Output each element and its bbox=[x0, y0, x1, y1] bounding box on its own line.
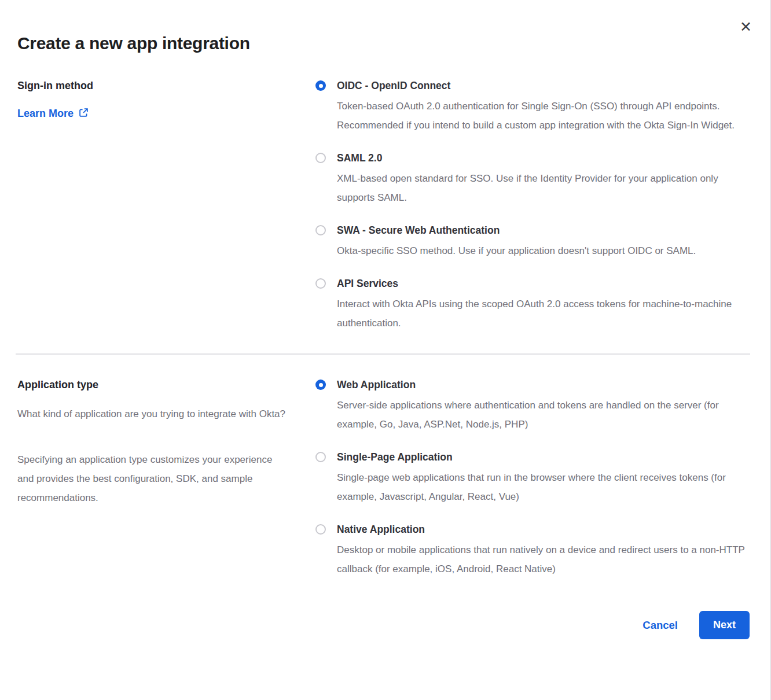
application-type-section: Application type What kind of applicatio… bbox=[0, 355, 770, 579]
api-services-option-description: Interact with Okta APIs using the scoped… bbox=[337, 294, 751, 333]
saml-option-description: XML-based open standard for SSO. Use if … bbox=[337, 169, 751, 207]
dialog-footer: Cancel Next bbox=[0, 611, 770, 639]
radio-option-oidc[interactable]: OIDC - OpenID Connect Token-based OAuth … bbox=[315, 79, 751, 135]
radio-option-api-services[interactable]: API Services Interact with Okta APIs usi… bbox=[315, 277, 751, 333]
swa-option-label: SWA - Secure Web Authentication bbox=[337, 223, 696, 237]
radio-option-swa[interactable]: SWA - Secure Web Authentication Okta-spe… bbox=[315, 223, 751, 260]
web-application-option-description: Server-side applications where authentic… bbox=[337, 396, 751, 434]
oidc-option-label: OIDC - OpenID Connect bbox=[337, 79, 751, 93]
radio-option-web-application[interactable]: Web Application Server-side applications… bbox=[315, 378, 751, 434]
radio-icon-saml[interactable] bbox=[315, 153, 326, 163]
native-application-option-description: Desktop or mobile applications that run … bbox=[337, 540, 751, 579]
radio-icon-native-application[interactable] bbox=[315, 524, 326, 535]
native-application-option-label: Native Application bbox=[337, 522, 751, 536]
saml-option-label: SAML 2.0 bbox=[337, 151, 751, 165]
application-type-options-group: Web Application Server-side applications… bbox=[315, 378, 751, 579]
create-app-integration-dialog: ✕ Create a new app integration Sign-in m… bbox=[0, 0, 771, 700]
next-button[interactable]: Next bbox=[699, 611, 750, 639]
web-application-option-label: Web Application bbox=[337, 378, 751, 392]
api-services-option-label: API Services bbox=[337, 277, 751, 290]
radio-option-native-application[interactable]: Native Application Desktop or mobile app… bbox=[315, 522, 751, 579]
application-type-question: What kind of application are you trying … bbox=[17, 404, 289, 423]
application-type-label: Application type bbox=[17, 378, 289, 392]
page-title: Create a new app integration bbox=[0, 0, 770, 53]
cancel-button[interactable]: Cancel bbox=[642, 619, 678, 632]
close-icon[interactable]: ✕ bbox=[740, 20, 752, 34]
single-page-application-option-description: Single-page web applications that run in… bbox=[337, 468, 751, 506]
signin-options-group: OIDC - OpenID Connect Token-based OAuth … bbox=[315, 79, 751, 333]
signin-method-section: Sign-in method Learn More OIDC - OpenID … bbox=[0, 79, 770, 333]
application-type-hint: Specifying an application type customize… bbox=[17, 450, 289, 507]
radio-icon-web-application[interactable] bbox=[315, 380, 326, 390]
signin-method-label: Sign-in method bbox=[17, 79, 289, 93]
single-page-application-option-label: Single-Page Application bbox=[337, 450, 751, 464]
radio-icon-api-services[interactable] bbox=[315, 278, 326, 289]
radio-option-single-page-application[interactable]: Single-Page Application Single-page web … bbox=[315, 450, 751, 506]
radio-icon-swa[interactable] bbox=[315, 225, 326, 235]
radio-icon-single-page-application[interactable] bbox=[315, 452, 326, 462]
oidc-option-description: Token-based OAuth 2.0 authentication for… bbox=[337, 97, 751, 135]
learn-more-link[interactable]: Learn More bbox=[17, 106, 89, 120]
external-link-icon bbox=[79, 108, 89, 120]
swa-option-description: Okta-specific SSO method. Use if your ap… bbox=[337, 241, 696, 260]
radio-option-saml[interactable]: SAML 2.0 XML-based open standard for SSO… bbox=[315, 151, 751, 207]
learn-more-label: Learn More bbox=[17, 108, 74, 120]
radio-icon-oidc[interactable] bbox=[315, 80, 326, 91]
